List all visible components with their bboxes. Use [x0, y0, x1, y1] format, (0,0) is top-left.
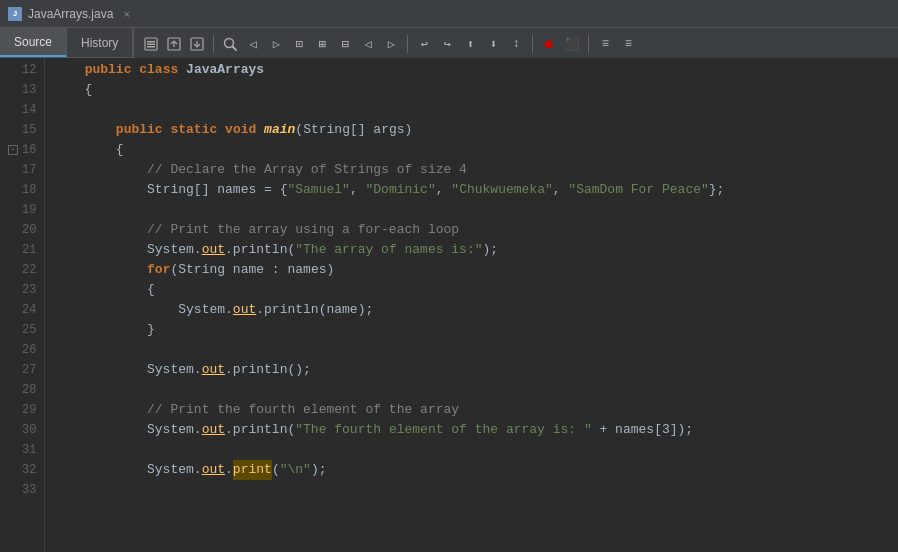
toolbar-redo-btn[interactable]: ↪ [436, 33, 458, 55]
line-num-32: 32 [8, 460, 36, 480]
toolbar-down-btn[interactable]: ⬇ [482, 33, 504, 55]
toolbar-expand-btn[interactable]: ⊞ [311, 33, 333, 55]
toolbar-btn-fwd[interactable] [163, 33, 185, 55]
code-line-16: { [53, 140, 898, 160]
tab-source[interactable]: Source [0, 28, 67, 57]
code-line-21: System.out.println("The array of names i… [53, 240, 898, 260]
line-num-13: 13 [8, 80, 36, 100]
code-line-22: for(String name : names) [53, 260, 898, 280]
toolbar-search-btn[interactable] [219, 33, 241, 55]
svg-rect-1 [147, 41, 155, 43]
code-line-25: } [53, 320, 898, 340]
line-num-30: 30 [8, 420, 36, 440]
java-file-icon: J [8, 7, 22, 21]
title-bar: J JavaArrays.java × [0, 0, 898, 28]
line-num-21: 21 [8, 240, 36, 260]
line-num-19: 19 [8, 200, 36, 220]
toolbar-format2-btn[interactable]: ≡ [617, 33, 639, 55]
svg-line-9 [232, 46, 236, 50]
toolbar-mark-btn[interactable]: ⊡ [288, 33, 310, 55]
sep4 [588, 35, 589, 53]
line-num-20: 20 [8, 220, 36, 240]
line-num-31: 31 [8, 440, 36, 460]
line-num-16: - 16 [8, 140, 36, 160]
code-line-14 [53, 100, 898, 120]
editor: 12 13 14 15 - 16 17 18 19 20 21 22 23 24… [0, 58, 898, 552]
line-num-14: 14 [8, 100, 36, 120]
code-line-27: System.out.println(); [53, 360, 898, 380]
line-num-26: 26 [8, 340, 36, 360]
code-line-23: { [53, 280, 898, 300]
line-num-25: 25 [8, 320, 36, 340]
svg-rect-2 [147, 44, 155, 46]
toolbar-record-btn[interactable]: ⏺ [538, 33, 560, 55]
toolbar-group-format: ≡ ≡ [594, 33, 639, 55]
toolbar-stop-btn[interactable]: ⬛ [561, 33, 583, 55]
toolbar-left-btn[interactable]: ◁ [357, 33, 379, 55]
main-window: J JavaArrays.java × Source History [0, 0, 898, 552]
close-tab-button[interactable]: × [123, 8, 129, 20]
toolbar-btn-back[interactable] [140, 33, 162, 55]
code-line-28 [53, 380, 898, 400]
code-line-31 [53, 440, 898, 460]
toolbar-next-btn[interactable]: ▷ [265, 33, 287, 55]
toolbar-group-diff: ↩ ↪ ⬆ ⬇ ↕ [413, 33, 527, 55]
code-line-17: // Declare the Array of Strings of size … [53, 160, 898, 180]
toolbar-collapse-btn[interactable]: ⊟ [334, 33, 356, 55]
toolbar-up-btn[interactable]: ⬆ [459, 33, 481, 55]
line-num-22: 22 [8, 260, 36, 280]
toolbar-right-btn[interactable]: ▷ [380, 33, 402, 55]
tab-history-label: History [81, 36, 118, 50]
line-num-18: 18 [8, 180, 36, 200]
code-line-15: public static void main(String[] args) [53, 120, 898, 140]
tab-history[interactable]: History [67, 28, 133, 57]
code-line-30: System.out.println("The fourth element o… [53, 420, 898, 440]
code-line-13: { [53, 80, 898, 100]
code-line-29: // Print the fourth element of the array [53, 400, 898, 420]
toolbar-group-nav [140, 33, 208, 55]
toolbar-group-search: ◁ ▷ ⊡ ⊞ ⊟ ◁ ▷ [219, 33, 402, 55]
file-name: JavaArrays.java [28, 7, 113, 21]
toolbar-prev-btn[interactable]: ◁ [242, 33, 264, 55]
sep1 [213, 35, 214, 53]
line-num-28: 28 [8, 380, 36, 400]
sep2 [407, 35, 408, 53]
line-num-12: 12 [8, 60, 36, 80]
tab-bar: Source History [0, 28, 898, 58]
code-line-18: String[] names = {"Samuel", "Dominic", "… [53, 180, 898, 200]
code-line-19 [53, 200, 898, 220]
code-area[interactable]: public class JavaArrays { public static … [45, 58, 898, 552]
code-line-20: // Print the array using a for-each loop [53, 220, 898, 240]
toolbar: ◁ ▷ ⊡ ⊞ ⊟ ◁ ▷ ↩ ↪ ⬆ ⬇ ↕ ⏺ ⬛ [133, 28, 898, 60]
fold-icon-16[interactable]: - [8, 145, 18, 155]
code-line-26 [53, 340, 898, 360]
line-numbers: 12 13 14 15 - 16 17 18 19 20 21 22 23 24… [0, 58, 45, 552]
code-line-24: System.out.println(name); [53, 300, 898, 320]
line-num-23: 23 [8, 280, 36, 300]
tab-file[interactable]: J JavaArrays.java × [8, 7, 130, 21]
code-line-32: System.out.print("\n"); [53, 460, 898, 480]
tab-source-label: Source [14, 35, 52, 49]
toolbar-swap-btn[interactable]: ↕ [505, 33, 527, 55]
toolbar-format1-btn[interactable]: ≡ [594, 33, 616, 55]
line-num-33: 33 [8, 480, 36, 500]
line-num-24: 24 [8, 300, 36, 320]
toolbar-group-record: ⏺ ⬛ [538, 33, 583, 55]
code-line-33 [53, 480, 898, 500]
toolbar-btn-sep1 [186, 33, 208, 55]
line-num-29: 29 [8, 400, 36, 420]
sep3 [532, 35, 533, 53]
svg-rect-3 [147, 46, 155, 48]
code-line-12: public class JavaArrays [53, 60, 898, 80]
line-num-27: 27 [8, 360, 36, 380]
toolbar-undo-btn[interactable]: ↩ [413, 33, 435, 55]
line-num-15: 15 [8, 120, 36, 140]
line-num-17: 17 [8, 160, 36, 180]
